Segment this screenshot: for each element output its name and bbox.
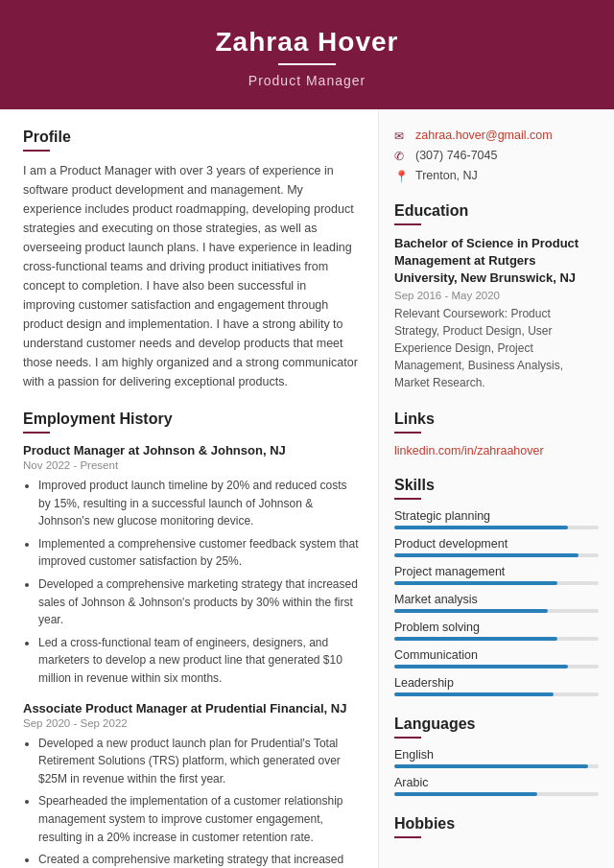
list-item: Implemented a comprehensive customer fee… <box>38 535 359 571</box>
edu-degree: Bachelor of Science in Product Managemen… <box>394 235 599 288</box>
skill-bar-bg <box>394 581 599 585</box>
list-item: Developed a comprehensive marketing stra… <box>38 575 359 629</box>
job-2-title: Associate Product Manager at Prudential … <box>23 701 359 716</box>
language-item: Arabic <box>394 776 599 796</box>
sidebar-column: ✉ zahraa.hover@gmail.com ✆ (307) 746-704… <box>379 109 614 868</box>
hobbies-section: Hobbies <box>394 815 599 838</box>
language-item: English <box>394 748 599 768</box>
hobbies-divider <box>394 836 421 838</box>
job-1-dates: Nov 2022 - Present <box>23 459 359 471</box>
list-item: Improved product launch timeline by 20% … <box>38 477 359 530</box>
contact-location-item: 📍 Trenton, NJ <box>394 169 599 183</box>
linkedin-link[interactable]: linkedin.com/in/zahraahover <box>394 444 544 457</box>
skill-item: Strategic planning <box>394 509 599 529</box>
language-name: English <box>394 748 599 762</box>
contact-section: ✉ zahraa.hover@gmail.com ✆ (307) 746-704… <box>394 129 599 183</box>
resume-body: Profile I am a Product Manager with over… <box>0 109 614 868</box>
edu-dates: Sep 2016 - May 2020 <box>394 290 599 301</box>
resume-container: Zahraa Hover Product Manager Profile I a… <box>0 0 614 868</box>
skill-bar-fill <box>394 609 548 613</box>
skill-bar-fill <box>394 692 554 696</box>
skill-bar-bg <box>394 553 599 557</box>
skill-item: Leadership <box>394 676 599 696</box>
location-text: Trenton, NJ <box>415 169 478 182</box>
phone-icon: ✆ <box>394 150 410 163</box>
skill-bar-fill <box>394 553 579 557</box>
resume-header: Zahraa Hover Product Manager <box>0 0 614 109</box>
skill-item: Problem solving <box>394 621 599 641</box>
skill-item: Project management <box>394 565 599 585</box>
contact-email-item: ✉ zahraa.hover@gmail.com <box>394 129 599 143</box>
links-divider <box>394 432 421 434</box>
profile-section: Profile I am a Product Manager with over… <box>23 129 359 391</box>
email-icon: ✉ <box>394 129 410 143</box>
skill-bar-bg <box>394 637 599 641</box>
phone-text: (307) 746-7045 <box>415 149 497 162</box>
employment-divider <box>23 432 50 434</box>
skill-bar-fill <box>394 637 557 641</box>
skill-bar-bg <box>394 665 599 669</box>
job-2: Associate Product Manager at Prudential … <box>23 701 359 868</box>
languages-title: Languages <box>394 716 599 733</box>
skill-bar-fill <box>394 526 568 529</box>
language-name: Arabic <box>394 776 599 789</box>
languages-list: English Arabic <box>394 748 599 796</box>
email-link[interactable]: zahraa.hover@gmail.com <box>415 129 553 142</box>
skills-section: Skills Strategic planning Product develo… <box>394 477 599 696</box>
profile-divider <box>23 150 50 152</box>
list-item: Created a comprehensive marketing strate… <box>38 851 359 868</box>
skill-name: Project management <box>394 565 599 578</box>
skill-item: Product development <box>394 537 599 557</box>
skill-bar-bg <box>394 692 599 696</box>
candidate-name: Zahraa Hover <box>19 27 595 58</box>
education-divider <box>394 223 421 225</box>
list-item: Led a cross-functional team of engineers… <box>38 634 359 688</box>
language-bar-fill <box>394 792 537 796</box>
job-1-title: Product Manager at Johnson & Johnson, NJ <box>23 443 359 457</box>
language-bar-fill <box>394 764 588 768</box>
employment-title: Employment History <box>23 411 359 428</box>
languages-section: Languages English Arabic <box>394 716 599 796</box>
edu-coursework: Relevant Coursework: Product Strategy, P… <box>394 305 599 391</box>
links-section: Links linkedin.com/in/zahraahover <box>394 411 599 457</box>
skill-bar-fill <box>394 581 557 585</box>
skill-item: Communication <box>394 648 599 669</box>
language-bar-bg <box>394 792 599 796</box>
job-1: Product Manager at Johnson & Johnson, NJ… <box>23 443 359 688</box>
job-2-bullets: Developed a new product launch plan for … <box>23 735 359 868</box>
skill-name: Communication <box>394 648 599 662</box>
profile-text: I am a Product Manager with over 3 years… <box>23 161 359 391</box>
profile-title: Profile <box>23 129 359 146</box>
job-2-dates: Sep 2020 - Sep 2022 <box>23 717 359 729</box>
candidate-title: Product Manager <box>19 73 595 88</box>
skill-name: Problem solving <box>394 621 599 634</box>
list-item: Spearheaded the implementation of a cust… <box>38 792 359 846</box>
skills-list: Strategic planning Product development P… <box>394 509 599 696</box>
header-divider <box>278 63 336 65</box>
education-title: Education <box>394 202 599 220</box>
skill-bar-fill <box>394 665 568 669</box>
skill-bar-bg <box>394 609 599 613</box>
contact-phone-item: ✆ (307) 746-7045 <box>394 149 599 163</box>
links-title: Links <box>394 411 599 428</box>
skill-name: Strategic planning <box>394 509 599 523</box>
job-1-bullets: Improved product launch timeline by 20% … <box>23 477 359 688</box>
skills-title: Skills <box>394 477 599 494</box>
education-section: Education Bachelor of Science in Product… <box>394 202 599 391</box>
location-icon: 📍 <box>394 170 410 183</box>
skill-bar-bg <box>394 526 599 529</box>
languages-divider <box>394 737 421 739</box>
skill-name: Product development <box>394 537 599 551</box>
list-item: Developed a new product launch plan for … <box>38 735 359 788</box>
skills-divider <box>394 498 421 500</box>
language-bar-bg <box>394 764 599 768</box>
skill-name: Market analysis <box>394 593 599 606</box>
employment-section: Employment History Product Manager at Jo… <box>23 411 359 868</box>
main-column: Profile I am a Product Manager with over… <box>0 109 379 868</box>
skill-name: Leadership <box>394 676 599 690</box>
skill-item: Market analysis <box>394 593 599 613</box>
hobbies-title: Hobbies <box>394 815 599 833</box>
